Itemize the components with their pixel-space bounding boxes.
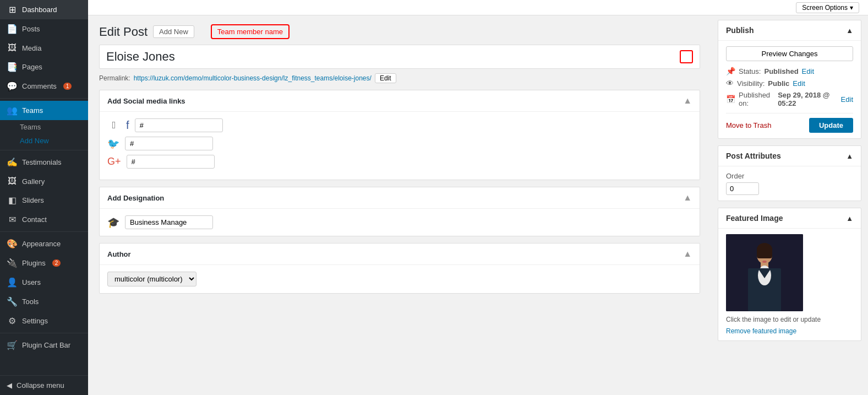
- chevron-down-icon: ▾: [850, 4, 853, 12]
- update-button[interactable]: Update: [809, 118, 853, 133]
- preview-changes-button[interactable]: Preview Changes: [726, 46, 853, 61]
- sidebar-item-teams[interactable]: 👥 Teams: [0, 101, 88, 120]
- posts-icon: 📄: [7, 24, 18, 34]
- order-input[interactable]: [726, 182, 759, 195]
- status-edit-link[interactable]: Edit: [802, 67, 814, 75]
- sidebar-item-tools[interactable]: 🔧 Tools: [0, 292, 88, 311]
- sidebar-item-label: Comments: [22, 82, 57, 90]
- permalink-url[interactable]: https://luzuk.com/demo/multicolor-busine…: [134, 74, 372, 82]
- sidebar-item-label: Sliders: [22, 196, 44, 204]
- facebook-input[interactable]: [135, 118, 223, 132]
- main-area: Screen Options ▾ Edit Post Add New Team …: [88, 0, 868, 395]
- sidebar-item-label: Appearance: [22, 240, 61, 248]
- sidebar-item-label: Pages: [22, 63, 42, 71]
- twitter-row: 🐦: [107, 137, 692, 150]
- sidebar-item-comments[interactable]: 💬 Comments 1: [0, 77, 88, 96]
- sidebar-item-posts[interactable]: 📄 Posts: [0, 19, 88, 39]
- sidebar-subitem-teams-list[interactable]: Teams: [0, 120, 88, 134]
- author-select[interactable]: multicolor (multicolor): [107, 272, 196, 286]
- googleplus-row: G+: [107, 155, 692, 169]
- sidebar-item-sliders[interactable]: ◧ Sliders: [0, 191, 88, 210]
- annotation-box: Team member name: [211, 24, 290, 39]
- right-sidebar: Publish ▲ Preview Changes 📌 Status: Publ…: [711, 15, 868, 395]
- sidebar-subitem-teams-add-new[interactable]: Add New: [0, 134, 88, 148]
- designation-box-header[interactable]: Add Designation ▲: [100, 187, 700, 209]
- remove-featured-image-link[interactable]: Remove featured image: [726, 327, 796, 335]
- designation-box-content: 🎓: [100, 209, 700, 236]
- permalink-edit-button[interactable]: Edit: [375, 73, 396, 83]
- sidebar-item-plugins[interactable]: 🔌 Plugins 2: [0, 253, 88, 273]
- published-on-row: 📅 Published on: Sep 29, 2018 @ 05:22 Edi…: [726, 91, 853, 107]
- sidebar-item-media[interactable]: 🖼 Media: [0, 39, 88, 57]
- social-media-toggle-icon: ▲: [683, 96, 692, 106]
- designation-icon: 🎓: [107, 217, 119, 229]
- featured-image-preview[interactable]: [726, 234, 803, 311]
- featured-image-svg: [726, 234, 803, 311]
- sidebar-item-testimonials[interactable]: ✍ Testimonials: [0, 153, 88, 172]
- page-title: Edit Post: [99, 25, 148, 39]
- svg-rect-6: [757, 247, 772, 258]
- facebook-row:  f: [107, 118, 692, 132]
- social-media-box-content:  f 🐦 G+: [100, 112, 700, 180]
- sidebar-item-dashboard[interactable]: ⊞ Dashboard: [0, 0, 88, 19]
- pages-icon: 📑: [7, 62, 18, 72]
- post-attributes-content: Order: [718, 166, 861, 201]
- comments-badge: 1: [63, 83, 72, 90]
- move-to-trash-button[interactable]: Move to Trash: [726, 121, 771, 129]
- publish-box: Publish ▲ Preview Changes 📌 Status: Publ…: [718, 20, 861, 139]
- collapse-menu-button[interactable]: ◀ Collapse menu: [0, 375, 88, 395]
- designation-row: 🎓: [107, 215, 692, 229]
- publish-box-header[interactable]: Publish ▲: [718, 20, 861, 41]
- googleplus-icon: G+: [107, 156, 121, 167]
- collapse-menu-label: Collapse menu: [17, 381, 64, 389]
- social-media-box-header[interactable]: Add Social media links ▲: [100, 90, 700, 112]
- googleplus-input[interactable]: [127, 155, 215, 169]
- title-checkbox[interactable]: [680, 50, 693, 63]
- designation-toggle-icon: ▲: [683, 193, 692, 203]
- author-box-header[interactable]: Author ▲: [100, 244, 700, 265]
- sidebar-item-label: Gallery: [22, 177, 45, 186]
- featured-image-content: Click the image to edit or update Remove…: [718, 229, 861, 340]
- status-row: 📌 Status: Published Edit: [726, 67, 853, 75]
- designation-input[interactable]: [125, 215, 213, 229]
- sidebar-item-label: Settings: [22, 317, 48, 325]
- facebook-icon: : [107, 120, 121, 131]
- post-attributes-title: Post Attributes: [726, 151, 781, 160]
- page-title-row: Edit Post Add New Team member name: [99, 24, 700, 39]
- featured-image-header[interactable]: Featured Image ▲: [718, 208, 861, 229]
- twitter-icon: 🐦: [107, 138, 119, 150]
- add-new-button[interactable]: Add New: [153, 25, 194, 38]
- post-title-input[interactable]: [106, 50, 674, 64]
- author-box-title: Author: [107, 250, 131, 258]
- twitter-input[interactable]: [125, 137, 213, 150]
- screen-options-button[interactable]: Screen Options ▾: [796, 2, 859, 13]
- collapse-arrow-icon: ◀: [7, 381, 12, 389]
- calendar-icon: 📅: [726, 95, 735, 104]
- status-label: Status:: [739, 67, 761, 75]
- sidebar-item-label: Dashboard: [22, 6, 57, 14]
- permalink-label: Permalink:: [99, 74, 130, 82]
- annotation-label: Team member name: [217, 28, 283, 36]
- published-value: Sep 29, 2018 @ 05:22: [778, 91, 837, 107]
- sidebar-item-contact[interactable]: ✉ Contact: [0, 210, 88, 229]
- author-toggle-icon: ▲: [683, 249, 692, 259]
- sidebar-item-label: Plugins: [22, 259, 46, 267]
- sidebar-item-plugin-cart-bar[interactable]: 🛒 Plugin Cart Bar: [0, 336, 88, 355]
- publish-actions: Move to Trash Update: [726, 113, 853, 133]
- sidebar-item-pages[interactable]: 📑 Pages: [0, 57, 88, 77]
- media-icon: 🖼: [7, 43, 18, 53]
- sidebar-item-label: Media: [22, 44, 41, 52]
- svg-point-7: [762, 261, 767, 263]
- post-attributes-header[interactable]: Post Attributes ▲: [718, 146, 861, 166]
- sidebar-item-users[interactable]: 👤 Users: [0, 273, 88, 292]
- author-box: Author ▲ multicolor (multicolor): [99, 243, 700, 294]
- permalink-row: Permalink: https://luzuk.com/demo/multic…: [99, 73, 700, 83]
- sidebar-item-settings[interactable]: ⚙ Settings: [0, 311, 88, 331]
- published-edit-link[interactable]: Edit: [841, 95, 853, 104]
- featured-image-title: Featured Image: [726, 214, 783, 223]
- sidebar-item-appearance[interactable]: 🎨 Appearance: [0, 234, 88, 253]
- comments-icon: 💬: [7, 81, 18, 91]
- sidebar-item-gallery[interactable]: 🖼 Gallery: [0, 172, 88, 191]
- visibility-edit-link[interactable]: Edit: [793, 79, 805, 88]
- attributes-collapse-icon: ▲: [846, 152, 853, 160]
